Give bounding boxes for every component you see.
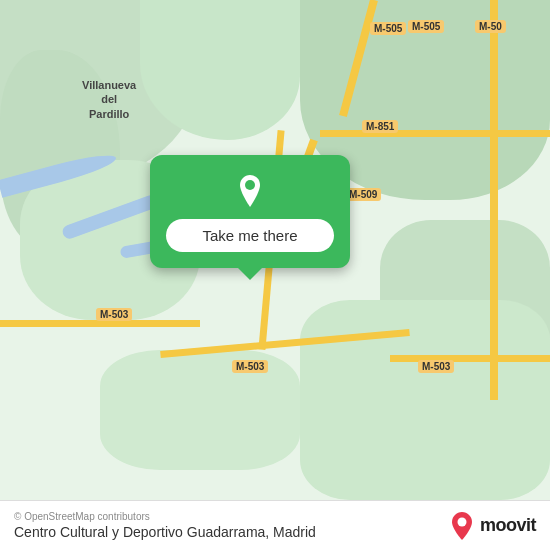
town-villanueva: VillanuevadelPardillo	[82, 78, 136, 121]
place-name: Centro Cultural y Deportivo Guadarrama, …	[14, 524, 316, 540]
road-label-m503-1: M-503	[96, 308, 132, 321]
road-label-m503-2: M-503	[232, 360, 268, 373]
location-pin-icon	[232, 173, 268, 209]
road-label-m509: M-509	[345, 188, 381, 201]
road-m851	[320, 130, 550, 137]
road-m503-right	[390, 355, 550, 362]
moovit-brand-text: moovit	[480, 515, 536, 536]
forest-area-8	[100, 350, 300, 470]
bottom-bar: © OpenStreetMap contributors Centro Cult…	[0, 500, 550, 550]
moovit-logo: moovit	[450, 512, 536, 540]
road-m503-left	[0, 320, 200, 327]
road-label-m505: M-505	[370, 22, 406, 35]
bottom-bar-info: © OpenStreetMap contributors Centro Cult…	[14, 511, 316, 540]
map-container: M-505 M-851 M-509 M-503 M-503 M-503 M-50…	[0, 0, 550, 550]
road-label-m503-3: M-503	[418, 360, 454, 373]
moovit-pin-icon	[450, 512, 474, 540]
take-me-there-button[interactable]: Take me there	[166, 219, 334, 252]
road-label-m50: M-50	[475, 20, 506, 33]
road-label-m851: M-851	[362, 120, 398, 133]
svg-point-1	[457, 517, 466, 526]
road-label-m503-top: M-505	[408, 20, 444, 33]
svg-point-0	[245, 180, 255, 190]
popup-card: Take me there	[150, 155, 350, 268]
copyright-text: © OpenStreetMap contributors	[14, 511, 316, 522]
road-m50	[490, 0, 498, 400]
forest-area-7	[300, 300, 550, 500]
